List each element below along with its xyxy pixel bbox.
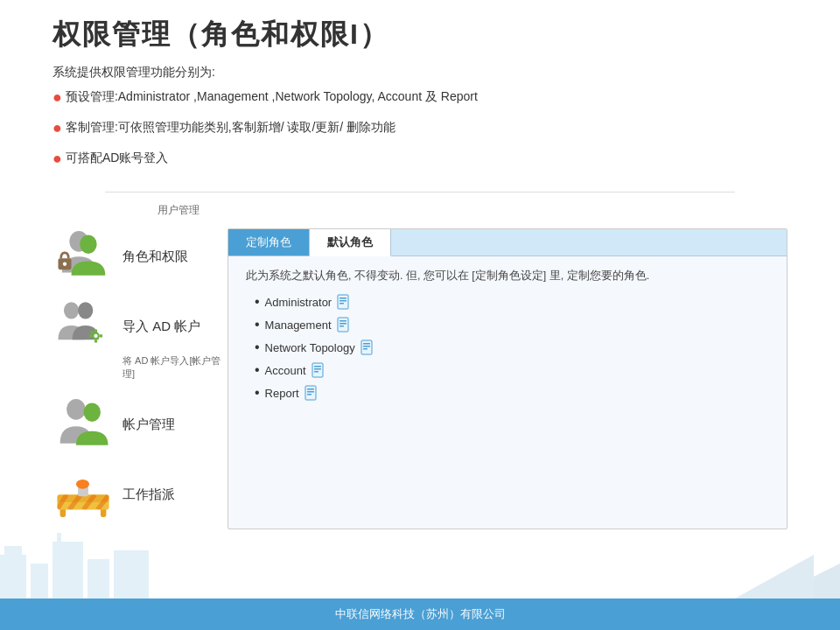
- role-item-report: Report: [255, 385, 769, 401]
- main-content: 角色和权限: [52, 221, 788, 529]
- svg-rect-34: [361, 340, 372, 354]
- roles-icon: [52, 230, 114, 283]
- svg-point-1: [80, 235, 96, 255]
- bullet-text-3: 可搭配AD账号登入: [66, 149, 168, 167]
- tab-default[interactable]: 默认角色: [310, 229, 391, 256]
- bullet-dot-3: ●: [52, 147, 62, 171]
- svg-rect-37: [363, 348, 368, 350]
- sidebar-item-accounts-label: 帐户管理: [122, 416, 175, 433]
- sidebar-item-import-ad-sublabel: 将 AD 帐户导入[帐户管理]: [122, 354, 228, 381]
- sidebar-item-accounts[interactable]: 帐户管理: [52, 389, 228, 459]
- svg-rect-42: [305, 386, 316, 400]
- panel-description: 此为系统之默认角色, 不得变动. 但, 您可以在 [定制角色设定] 里, 定制您…: [246, 269, 769, 284]
- svg-rect-49: [52, 542, 83, 598]
- role-name-network-topology: Network Topology: [265, 341, 355, 354]
- bg-decoration: [0, 528, 840, 598]
- role-name-administrator: Administrator: [265, 296, 332, 309]
- role-item-account: Account: [255, 362, 769, 378]
- svg-rect-45: [307, 394, 312, 396]
- svg-rect-32: [340, 323, 346, 325]
- import-ad-icon: [52, 300, 114, 353]
- sidebar-item-tasks[interactable]: 工作指派: [52, 459, 228, 529]
- svg-rect-40: [314, 368, 321, 370]
- role-name-management: Management: [265, 318, 332, 332]
- svg-rect-41: [314, 371, 318, 373]
- svg-rect-39: [314, 366, 321, 368]
- tab-bar: 定制角色 默认角色: [228, 229, 787, 256]
- panel-content: 此为系统之默认角色, 不得变动. 但, 您可以在 [定制角色设定] 里, 定制您…: [228, 256, 787, 420]
- bullet-item-1: ● 预设管理:Administrator ,Management ,Networ…: [52, 88, 788, 109]
- sidebar-item-import-ad-label: 导入 AD 帐户: [122, 318, 200, 335]
- bullet-list: ● 预设管理:Administrator ,Management ,Networ…: [0, 80, 840, 171]
- page-title: 权限管理（角色和权限I）: [0, 0, 840, 61]
- svg-point-13: [66, 399, 86, 420]
- footer: 中联信网络科技（苏州）有限公司: [0, 598, 840, 630]
- svg-point-5: [78, 303, 93, 319]
- role-item-administrator: Administrator: [255, 294, 769, 310]
- svg-rect-36: [363, 346, 370, 347]
- tasks-icon: [52, 468, 114, 521]
- svg-rect-9: [94, 340, 97, 343]
- svg-rect-31: [340, 320, 346, 322]
- section-wrapper: 用户管理: [0, 192, 840, 221]
- role-item-management: Management: [255, 317, 769, 332]
- bullet-text-2: 客制管理:可依照管理功能类别,客制新增/ 读取/更新/ 删除功能: [66, 118, 396, 136]
- role-item-network-topology: Network Topology: [255, 340, 769, 355]
- svg-rect-50: [57, 533, 61, 542]
- sidebar-item-import-ad[interactable]: 导入 AD 帐户 将 AD 帐户导入[帐户管理]: [52, 291, 228, 389]
- svg-point-7: [94, 334, 97, 338]
- svg-marker-53: [770, 564, 840, 598]
- bullet-dot-2: ●: [52, 116, 62, 140]
- svg-rect-38: [312, 363, 323, 377]
- sidebar-item-roles[interactable]: 角色和权限: [52, 221, 228, 291]
- svg-rect-10: [89, 335, 92, 338]
- bullet-text-1: 预设管理:Administrator ,Management ,Network …: [66, 88, 478, 106]
- role-name-report: Report: [265, 387, 299, 400]
- svg-rect-27: [340, 298, 346, 299]
- svg-rect-30: [338, 318, 348, 332]
- sidebar-item-tasks-label: 工作指派: [122, 486, 175, 503]
- accounts-icon: [52, 398, 114, 451]
- svg-rect-51: [88, 559, 109, 598]
- svg-rect-35: [363, 343, 370, 345]
- svg-rect-28: [340, 300, 346, 302]
- section-label: 用户管理: [105, 192, 735, 221]
- svg-point-14: [84, 403, 101, 423]
- svg-rect-8: [94, 330, 97, 332]
- bullet-item-2: ● 客制管理:可依照管理功能类别,客制新增/ 读取/更新/ 删除功能: [52, 118, 788, 140]
- role-list: Administrator Management: [246, 294, 769, 401]
- doc-icon-administrator: [337, 294, 351, 310]
- svg-point-3: [63, 262, 66, 266]
- svg-rect-43: [307, 388, 314, 390]
- svg-marker-54: [735, 555, 814, 598]
- doc-icon-report: [304, 385, 318, 401]
- footer-text: 中联信网络科技（苏州）有限公司: [335, 606, 506, 622]
- role-name-account: Account: [265, 364, 306, 377]
- svg-rect-29: [340, 303, 344, 304]
- svg-rect-33: [340, 326, 344, 327]
- sidebar-item-roles-label: 角色和权限: [122, 248, 188, 265]
- svg-rect-11: [100, 335, 102, 338]
- doc-icon-network-topology: [360, 340, 374, 355]
- sidebar: 角色和权限: [52, 221, 228, 529]
- svg-point-4: [64, 303, 79, 319]
- svg-rect-44: [307, 391, 314, 393]
- bullet-item-3: ● 可搭配AD账号登入: [52, 149, 788, 171]
- doc-icon-account: [312, 362, 326, 378]
- svg-point-25: [76, 480, 89, 489]
- svg-rect-52: [114, 550, 149, 598]
- svg-rect-48: [31, 564, 48, 598]
- doc-icon-management: [337, 317, 351, 332]
- svg-rect-46: [0, 555, 26, 598]
- bullet-dot-1: ●: [52, 86, 62, 109]
- tab-custom[interactable]: 定制角色: [228, 229, 310, 256]
- svg-rect-47: [4, 546, 22, 555]
- subtitle: 系统提供权限管理功能分别为:: [0, 61, 840, 80]
- right-panel: 定制角色 默认角色 此为系统之默认角色, 不得变动. 但, 您可以在 [定制角色…: [228, 228, 788, 529]
- svg-rect-26: [338, 295, 348, 309]
